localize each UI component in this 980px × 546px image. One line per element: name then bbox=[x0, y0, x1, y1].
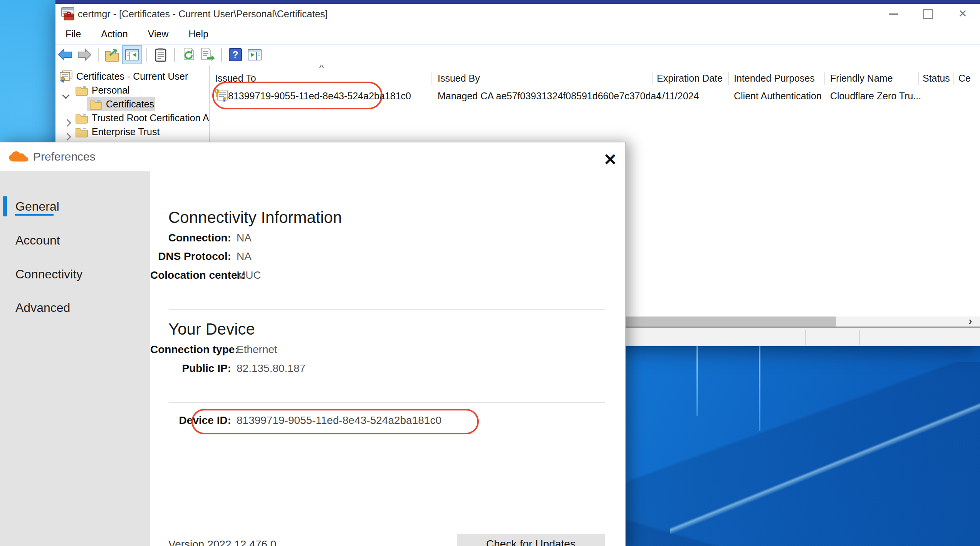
menu-help[interactable]: Help bbox=[179, 24, 218, 44]
field-label: Colocation center: bbox=[150, 268, 231, 283]
forward-button[interactable] bbox=[75, 46, 94, 64]
column-header-status[interactable]: Status bbox=[923, 70, 950, 86]
preferences-content: Connectivity Information Connection:NA D… bbox=[150, 171, 625, 546]
help-icon: ? bbox=[228, 48, 242, 62]
toolbar-separator bbox=[221, 48, 222, 62]
preferences-sidebar: General Account Connectivity Advanced bbox=[0, 171, 150, 546]
cloudflare-logo-icon bbox=[8, 151, 30, 164]
chevron-right-icon[interactable] bbox=[65, 129, 70, 143]
close-icon: ✕ bbox=[603, 150, 617, 169]
cell-issued-by[interactable]: Managed CA ae57f03931324f08591d660e7c370… bbox=[438, 87, 661, 105]
column-separator[interactable] bbox=[431, 72, 432, 85]
certmgr-titlebar[interactable]: certmgr - [Certificates - Current User\P… bbox=[55, 4, 980, 24]
column-header-certificate-template[interactable]: Ce bbox=[958, 70, 971, 86]
field-label: Device ID: bbox=[150, 413, 231, 428]
preferences-titlebar[interactable]: Preferences ✕ bbox=[0, 142, 625, 171]
paste-button[interactable] bbox=[151, 46, 170, 64]
minimize-icon bbox=[889, 13, 898, 15]
window-controls: ✕ bbox=[876, 4, 980, 24]
preferences-title: Preferences bbox=[33, 142, 96, 171]
refresh-button[interactable] bbox=[179, 46, 198, 64]
scroll-right-arrow[interactable]: › bbox=[962, 317, 978, 327]
selected-nav-accent-bar bbox=[3, 196, 7, 216]
menu-action[interactable]: Action bbox=[91, 24, 138, 44]
column-header-expiration-date[interactable]: Expiration Date bbox=[657, 70, 723, 86]
toolbar: ? bbox=[55, 45, 980, 65]
back-button[interactable] bbox=[56, 46, 74, 64]
section-divider bbox=[169, 402, 605, 403]
tree-item-label: Certificates - Current User bbox=[76, 69, 188, 83]
wallpaper-light-edge bbox=[759, 339, 760, 431]
section-heading-connectivity: Connectivity Information bbox=[168, 208, 342, 228]
nav-account[interactable]: Account bbox=[15, 232, 60, 249]
field-value: 82.135.80.187 bbox=[237, 362, 305, 374]
minimize-button[interactable] bbox=[876, 4, 911, 24]
show-action-pane-button[interactable] bbox=[245, 46, 264, 64]
refresh-icon bbox=[181, 47, 196, 62]
column-separator[interactable] bbox=[652, 72, 653, 85]
preferences-close-button[interactable]: ✕ bbox=[599, 149, 621, 169]
check-for-updates-button[interactable]: Check for Updates bbox=[457, 534, 605, 546]
column-header-issued-by[interactable]: Issued By bbox=[438, 70, 480, 86]
device-id-value: 81399719-9055-11ed-8e43-524a2ba181c0 bbox=[237, 414, 441, 426]
show-console-tree-button[interactable] bbox=[122, 45, 142, 64]
folder-icon bbox=[75, 113, 88, 127]
row-connection-type: Connection type:Ethernet bbox=[150, 342, 277, 357]
tree-item-label: Enterprise Trust bbox=[92, 125, 159, 139]
wallpaper-beams bbox=[624, 339, 980, 546]
tree-item-label: Personal bbox=[92, 83, 130, 97]
maximize-button[interactable] bbox=[911, 4, 945, 24]
cell-friendly-name[interactable]: Cloudflare Zero Tru... bbox=[830, 87, 921, 105]
row-connection: Connection:NA bbox=[150, 230, 252, 246]
tree-item-label: Certificates bbox=[106, 97, 154, 111]
column-header-friendly-name[interactable]: Friendly Name bbox=[830, 70, 893, 86]
column-separator[interactable] bbox=[953, 72, 954, 85]
action-pane-icon bbox=[247, 48, 262, 62]
preferences-window: Preferences ✕ General Account Connectivi… bbox=[0, 142, 626, 546]
cell-issued-to[interactable]: 81399719-9055-11ed-8e43-524a2ba181c0 bbox=[228, 87, 411, 105]
status-bar-separator bbox=[859, 330, 860, 345]
export-list-icon bbox=[200, 47, 215, 62]
column-separator[interactable] bbox=[918, 72, 919, 85]
up-folder-icon bbox=[104, 48, 120, 62]
tree-item-label: Trusted Root Certification Au bbox=[92, 111, 210, 125]
field-value: MUC bbox=[237, 269, 261, 281]
nav-connectivity[interactable]: Connectivity bbox=[15, 266, 82, 283]
export-list-button[interactable] bbox=[198, 46, 217, 64]
chevron-down-icon[interactable] bbox=[63, 87, 69, 101]
cell-intended-purposes[interactable]: Client Authentication bbox=[734, 87, 822, 105]
column-separator[interactable] bbox=[728, 72, 729, 85]
column-header-issued-to[interactable]: Issued To bbox=[215, 70, 256, 86]
help-button[interactable]: ? bbox=[226, 46, 245, 64]
svg-text:?: ? bbox=[232, 49, 238, 60]
menu-view[interactable]: View bbox=[138, 24, 179, 44]
forward-arrow-icon bbox=[77, 48, 92, 61]
section-divider bbox=[169, 309, 605, 310]
row-device-id: Device ID:81399719-9055-11ed-8e43-524a2b… bbox=[150, 413, 441, 428]
field-label: Connection: bbox=[150, 230, 231, 246]
nav-advanced[interactable]: Advanced bbox=[15, 299, 70, 316]
close-button[interactable]: ✕ bbox=[945, 4, 980, 24]
nav-general[interactable]: General bbox=[15, 198, 59, 215]
toolbar-separator bbox=[146, 48, 147, 62]
up-one-level-button[interactable] bbox=[103, 46, 121, 64]
field-label: Connection type: bbox=[150, 342, 231, 357]
cell-expiration-date[interactable]: 1/11/2024 bbox=[657, 87, 699, 105]
column-separator[interactable] bbox=[824, 72, 825, 85]
wallpaper-light-edge bbox=[670, 339, 980, 546]
row-colocation-center: Colocation center:MUC bbox=[150, 268, 261, 283]
field-value: Ethernet bbox=[237, 343, 277, 355]
sort-ascending-caret: ^ bbox=[319, 65, 324, 73]
certmgr-app-icon bbox=[61, 7, 75, 22]
toolbar-separator bbox=[174, 48, 175, 62]
chevron-right-icon[interactable] bbox=[65, 115, 70, 129]
maximize-icon bbox=[923, 9, 933, 19]
column-header-intended-purposes[interactable]: Intended Purposes bbox=[734, 70, 815, 86]
wallpaper-light-edge bbox=[696, 339, 698, 416]
menu-bar: File Action View Help bbox=[55, 24, 980, 45]
close-icon: ✕ bbox=[958, 8, 967, 19]
section-heading-your-device: Your Device bbox=[168, 319, 255, 339]
menu-file[interactable]: File bbox=[55, 24, 91, 44]
console-tree-icon bbox=[124, 48, 140, 62]
back-arrow-icon bbox=[57, 48, 73, 61]
